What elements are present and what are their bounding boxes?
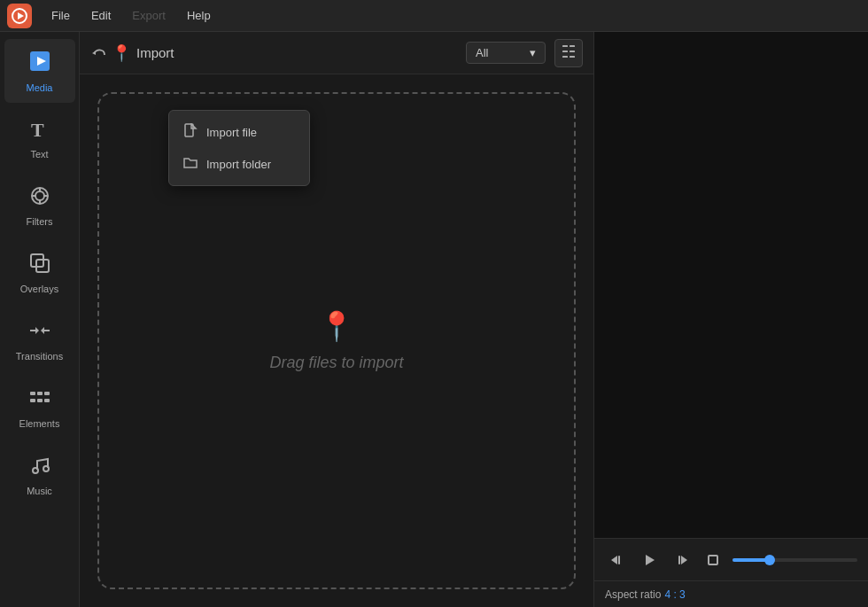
import-folder-item[interactable]: Import folder bbox=[169, 148, 309, 180]
dropzone-text: Drag files to import bbox=[269, 354, 403, 372]
import-button[interactable]: 📍 Import bbox=[90, 43, 174, 63]
svg-rect-27 bbox=[570, 45, 575, 47]
play-button[interactable] bbox=[637, 548, 662, 572]
menu-edit[interactable]: Edit bbox=[82, 5, 120, 26]
filters-icon bbox=[28, 184, 51, 211]
sidebar-label-overlays: Overlays bbox=[20, 284, 58, 294]
sidebar-label-filters: Filters bbox=[27, 216, 53, 227]
aspect-ratio-label: Aspect ratio bbox=[605, 588, 661, 601]
fast-forward-button[interactable] bbox=[669, 548, 694, 572]
svg-rect-21 bbox=[37, 399, 43, 402]
grid-icon bbox=[562, 44, 576, 62]
sidebar-label-media: Media bbox=[27, 82, 53, 93]
folder-icon bbox=[183, 155, 198, 173]
menu-help[interactable]: Help bbox=[178, 5, 220, 26]
media-icon bbox=[27, 49, 52, 77]
sidebar: Media T Text Fil bbox=[0, 32, 80, 607]
svg-marker-16 bbox=[41, 327, 44, 334]
svg-point-24 bbox=[43, 466, 49, 471]
sidebar-item-text[interactable]: T Text bbox=[4, 106, 75, 170]
preview-controls bbox=[594, 538, 868, 580]
svg-rect-28 bbox=[562, 51, 568, 52]
import-label: Import bbox=[136, 45, 174, 60]
text-icon: T bbox=[28, 117, 51, 144]
stop-button[interactable] bbox=[701, 548, 725, 572]
svg-marker-15 bbox=[35, 327, 39, 334]
aspect-ratio-value: 4 : 3 bbox=[664, 588, 685, 601]
import-file-label: Import file bbox=[206, 126, 257, 139]
svg-marker-1 bbox=[18, 12, 24, 19]
svg-marker-25 bbox=[92, 51, 96, 55]
svg-rect-26 bbox=[562, 45, 568, 47]
aspect-ratio-bar: Aspect ratio 4 : 3 bbox=[594, 580, 868, 607]
back-arrow-icon bbox=[90, 45, 106, 61]
dropzone-pin-icon: 📍 bbox=[319, 309, 354, 343]
app-logo bbox=[7, 4, 32, 28]
svg-marker-35 bbox=[646, 555, 655, 565]
sidebar-label-transitions: Transitions bbox=[16, 351, 63, 362]
grid-view-button[interactable] bbox=[554, 39, 583, 67]
elements-icon bbox=[28, 386, 51, 413]
svg-rect-29 bbox=[570, 51, 575, 52]
right-panel: Aspect ratio 4 : 3 bbox=[593, 32, 868, 607]
svg-marker-33 bbox=[611, 556, 617, 564]
progress-handle[interactable] bbox=[764, 555, 775, 565]
svg-rect-20 bbox=[30, 399, 35, 402]
sidebar-item-elements[interactable]: Elements bbox=[4, 376, 75, 440]
center-area: 📍 Import All ▾ bbox=[80, 32, 593, 607]
preview-area bbox=[594, 32, 868, 538]
music-icon bbox=[28, 454, 51, 480]
sidebar-label-text: Text bbox=[30, 149, 48, 160]
svg-rect-22 bbox=[44, 399, 50, 402]
sidebar-item-filters[interactable]: Filters bbox=[4, 174, 75, 237]
sidebar-item-overlays[interactable]: Overlays bbox=[4, 241, 75, 305]
transitions-icon bbox=[28, 319, 51, 346]
import-folder-label: Import folder bbox=[206, 158, 271, 171]
menu-export: Export bbox=[123, 5, 174, 26]
svg-point-6 bbox=[35, 191, 44, 200]
import-pin-icon: 📍 bbox=[112, 43, 131, 63]
sidebar-item-media[interactable]: Media bbox=[4, 39, 75, 103]
import-toolbar: 📍 Import All ▾ bbox=[80, 32, 593, 74]
chevron-down-icon: ▾ bbox=[530, 46, 536, 59]
sidebar-label-music: Music bbox=[27, 486, 52, 496]
svg-rect-38 bbox=[709, 556, 717, 564]
svg-rect-34 bbox=[618, 556, 620, 564]
main-layout: Media T Text Fil bbox=[0, 32, 868, 607]
svg-rect-18 bbox=[37, 392, 43, 395]
menu-file[interactable]: File bbox=[43, 5, 79, 26]
file-icon bbox=[183, 123, 198, 141]
import-dropdown-menu: Import file Import folder bbox=[168, 110, 310, 186]
svg-text:T: T bbox=[31, 119, 44, 140]
svg-marker-36 bbox=[681, 556, 687, 564]
svg-point-23 bbox=[33, 468, 38, 473]
svg-rect-17 bbox=[30, 392, 35, 395]
svg-rect-30 bbox=[562, 56, 568, 58]
filter-dropdown[interactable]: All ▾ bbox=[466, 42, 546, 64]
import-file-item[interactable]: Import file bbox=[169, 116, 309, 148]
filter-value: All bbox=[476, 46, 488, 59]
sidebar-item-transitions[interactable]: Transitions bbox=[4, 308, 75, 372]
svg-rect-31 bbox=[570, 56, 575, 58]
menubar: File Edit Export Help bbox=[0, 0, 868, 32]
sidebar-item-music[interactable]: Music bbox=[4, 443, 75, 507]
overlays-icon bbox=[28, 252, 51, 278]
svg-rect-19 bbox=[44, 392, 50, 395]
svg-rect-37 bbox=[678, 556, 680, 564]
sidebar-label-elements: Elements bbox=[19, 418, 60, 429]
progress-bar[interactable] bbox=[732, 558, 857, 562]
rewind-button[interactable] bbox=[605, 548, 630, 572]
